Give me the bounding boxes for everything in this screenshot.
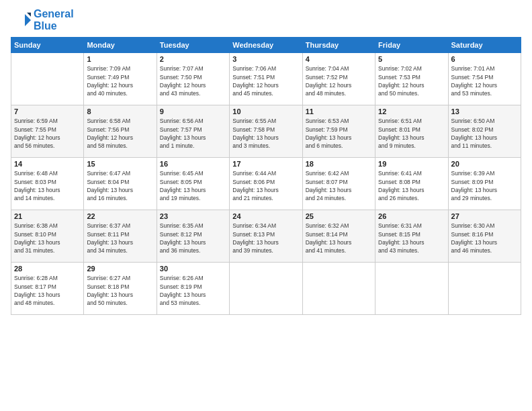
calendar-cell: 17Sunrise: 6:44 AMSunset: 8:06 PMDayligh… [230,158,302,210]
calendar-cell: 19Sunrise: 6:41 AMSunset: 8:08 PMDayligh… [375,158,448,210]
day-info: Sunrise: 6:56 AMSunset: 7:57 PMDaylight:… [160,117,226,150]
day-number: 16 [160,160,226,168]
day-info: Sunrise: 7:06 AMSunset: 7:51 PMDaylight:… [232,64,299,97]
logo-icon [11,10,31,30]
day-info: Sunrise: 6:38 AMSunset: 8:10 PMDaylight:… [14,222,81,255]
calendar-cell [11,53,84,105]
day-info: Sunrise: 6:59 AMSunset: 7:55 PMDaylight:… [14,117,81,150]
day-info: Sunrise: 7:02 AMSunset: 7:53 PMDaylight:… [378,64,445,97]
day-info: Sunrise: 6:31 AMSunset: 8:15 PMDaylight:… [378,222,445,255]
weekday-header: Wednesday [230,38,302,53]
calendar-cell: 30Sunrise: 6:26 AMSunset: 8:19 PMDayligh… [157,263,229,315]
day-number: 10 [232,107,299,116]
day-number: 2 [160,55,226,63]
weekday-header: Sunday [11,38,84,53]
day-info: Sunrise: 6:37 AMSunset: 8:11 PMDaylight:… [87,222,153,255]
calendar-cell [448,263,521,315]
day-number: 11 [306,107,372,116]
weekday-header: Thursday [302,38,375,53]
weekday-header: Saturday [448,38,521,53]
day-number: 21 [14,212,81,220]
calendar-cell: 9Sunrise: 6:56 AMSunset: 7:57 PMDaylight… [157,105,229,158]
calendar-cell: 28Sunrise: 6:28 AMSunset: 8:17 PMDayligh… [11,263,84,315]
calendar-cell: 11Sunrise: 6:53 AMSunset: 7:59 PMDayligh… [302,105,375,158]
calendar-cell: 25Sunrise: 6:32 AMSunset: 8:14 PMDayligh… [302,210,375,263]
calendar-cell: 4Sunrise: 7:04 AMSunset: 7:52 PMDaylight… [302,53,375,105]
logo: General Blue [11,8,74,32]
day-info: Sunrise: 6:45 AMSunset: 8:05 PMDaylight:… [160,169,226,202]
day-number: 8 [87,107,153,116]
day-number: 4 [306,55,372,63]
calendar-week-row: 21Sunrise: 6:38 AMSunset: 8:10 PMDayligh… [11,210,521,263]
calendar-cell [302,263,375,315]
calendar-cell: 18Sunrise: 6:42 AMSunset: 8:07 PMDayligh… [302,158,375,210]
day-info: Sunrise: 7:01 AMSunset: 7:54 PMDaylight:… [451,64,518,97]
day-info: Sunrise: 6:27 AMSunset: 8:18 PMDaylight:… [87,274,153,307]
calendar-week-row: 1Sunrise: 7:09 AMSunset: 7:49 PMDaylight… [11,53,521,105]
calendar-cell: 16Sunrise: 6:45 AMSunset: 8:05 PMDayligh… [157,158,229,210]
calendar-body: 1Sunrise: 7:09 AMSunset: 7:49 PMDaylight… [11,53,521,315]
day-info: Sunrise: 6:58 AMSunset: 7:56 PMDaylight:… [87,117,153,150]
day-info: Sunrise: 6:47 AMSunset: 8:04 PMDaylight:… [87,169,153,202]
day-number: 13 [451,107,518,116]
day-number: 20 [451,160,518,168]
calendar-table: SundayMondayTuesdayWednesdayThursdayFrid… [11,37,521,315]
header-row: SundayMondayTuesdayWednesdayThursdayFrid… [11,38,521,53]
day-info: Sunrise: 6:55 AMSunset: 7:58 PMDaylight:… [232,117,299,150]
day-info: Sunrise: 6:51 AMSunset: 8:01 PMDaylight:… [378,117,445,150]
day-number: 6 [451,55,518,63]
svg-marker-1 [27,12,31,16]
day-number: 24 [232,212,299,220]
day-number: 9 [160,107,226,116]
day-number: 30 [160,265,226,273]
day-info: Sunrise: 6:44 AMSunset: 8:06 PMDaylight:… [232,169,299,202]
day-info: Sunrise: 6:39 AMSunset: 8:09 PMDaylight:… [451,169,518,202]
calendar-cell: 7Sunrise: 6:59 AMSunset: 7:55 PMDaylight… [11,105,84,158]
day-number: 27 [451,212,518,220]
calendar-week-row: 28Sunrise: 6:28 AMSunset: 8:17 PMDayligh… [11,263,521,315]
calendar-cell: 24Sunrise: 6:34 AMSunset: 8:13 PMDayligh… [230,210,302,263]
calendar-cell: 2Sunrise: 7:07 AMSunset: 7:50 PMDaylight… [157,53,229,105]
calendar-cell: 29Sunrise: 6:27 AMSunset: 8:18 PMDayligh… [84,263,157,315]
weekday-header: Monday [84,38,157,53]
day-number: 5 [378,55,445,63]
day-number: 12 [378,107,445,116]
day-info: Sunrise: 6:34 AMSunset: 8:13 PMDaylight:… [232,222,299,255]
calendar-cell: 14Sunrise: 6:48 AMSunset: 8:03 PMDayligh… [11,158,84,210]
calendar-cell: 26Sunrise: 6:31 AMSunset: 8:15 PMDayligh… [375,210,448,263]
calendar-cell: 22Sunrise: 6:37 AMSunset: 8:11 PMDayligh… [84,210,157,263]
day-number: 19 [378,160,445,168]
day-number: 3 [232,55,299,63]
day-number: 23 [160,212,226,220]
calendar-cell: 27Sunrise: 6:30 AMSunset: 8:16 PMDayligh… [448,210,521,263]
calendar-cell: 13Sunrise: 6:50 AMSunset: 8:02 PMDayligh… [448,105,521,158]
calendar-cell: 8Sunrise: 6:58 AMSunset: 7:56 PMDaylight… [84,105,157,158]
calendar-cell: 21Sunrise: 6:38 AMSunset: 8:10 PMDayligh… [11,210,84,263]
calendar-cell [375,263,448,315]
calendar-cell: 15Sunrise: 6:47 AMSunset: 8:04 PMDayligh… [84,158,157,210]
logo-text: General Blue [34,8,74,32]
day-info: Sunrise: 7:04 AMSunset: 7:52 PMDaylight:… [306,64,372,97]
calendar-cell: 20Sunrise: 6:39 AMSunset: 8:09 PMDayligh… [448,158,521,210]
day-info: Sunrise: 6:30 AMSunset: 8:16 PMDaylight:… [451,222,518,255]
day-number: 26 [378,212,445,220]
day-number: 17 [232,160,299,168]
day-number: 15 [87,160,153,168]
day-number: 22 [87,212,153,220]
day-info: Sunrise: 6:26 AMSunset: 8:19 PMDaylight:… [160,274,226,307]
calendar-cell: 6Sunrise: 7:01 AMSunset: 7:54 PMDaylight… [448,53,521,105]
calendar-cell: 10Sunrise: 6:55 AMSunset: 7:58 PMDayligh… [230,105,302,158]
day-info: Sunrise: 6:41 AMSunset: 8:08 PMDaylight:… [378,169,445,202]
day-info: Sunrise: 6:35 AMSunset: 8:12 PMDaylight:… [160,222,226,255]
day-number: 1 [87,55,153,63]
day-info: Sunrise: 6:50 AMSunset: 8:02 PMDaylight:… [451,117,518,150]
calendar-week-row: 7Sunrise: 6:59 AMSunset: 7:55 PMDaylight… [11,105,521,158]
day-number: 18 [306,160,372,168]
weekday-header: Friday [375,38,448,53]
day-info: Sunrise: 6:48 AMSunset: 8:03 PMDaylight:… [14,169,81,202]
header: General Blue [11,8,521,32]
day-info: Sunrise: 6:53 AMSunset: 7:59 PMDaylight:… [306,117,372,150]
page: General Blue SundayMondayTuesdayWednesda… [0,0,532,411]
day-number: 7 [14,107,81,116]
day-info: Sunrise: 7:07 AMSunset: 7:50 PMDaylight:… [160,64,226,97]
